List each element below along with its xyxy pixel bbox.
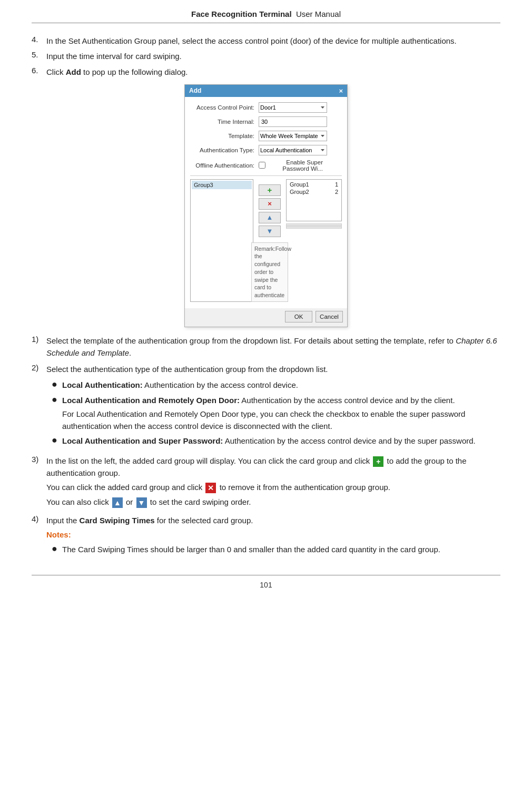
step-6: 6. Click Add to pop up the following dia… bbox=[32, 66, 500, 78]
time-internal-input[interactable] bbox=[259, 116, 327, 127]
template-select[interactable]: Whole Week Template bbox=[259, 131, 327, 141]
dialog-separator bbox=[190, 175, 342, 176]
offline-auth-row: Offline Authentication: Enable Super Pas… bbox=[190, 159, 342, 172]
dialog-groups-area: Group3 + × ▲ ▼ Remark:Follow the configu… bbox=[190, 179, 342, 302]
template-label: Template: bbox=[190, 133, 259, 139]
dialog-group-right: Group1 1 Group2 2 bbox=[286, 179, 342, 302]
sub-step-2: 2) Select the authentication type of the… bbox=[32, 363, 500, 451]
auth-type-label: Authentication Type: bbox=[190, 147, 259, 153]
add-group-button[interactable]: + bbox=[259, 184, 281, 196]
step-4: 4. In the Set Authentication Group panel… bbox=[32, 35, 500, 47]
dialog-screenshot: Add × Access Control Point: Door1 Time I… bbox=[32, 84, 500, 327]
ok-button[interactable]: OK bbox=[285, 311, 312, 322]
cancel-button[interactable]: Cancel bbox=[316, 311, 343, 322]
access-control-point-label: Access Control Point: bbox=[190, 104, 259, 111]
add-dialog: Add × Access Control Point: Door1 Time I… bbox=[184, 84, 348, 327]
group-left-item: Group3 bbox=[192, 181, 252, 189]
time-internal-row: Time Internal: bbox=[190, 116, 342, 127]
note-1: ● The Card Swiping Times should be large… bbox=[46, 544, 500, 556]
remark-box: Remark:Follow the configured order to sw… bbox=[251, 242, 288, 302]
page-number: 101 bbox=[260, 581, 272, 589]
dialog-group-right-top: Group1 1 Group2 2 bbox=[286, 179, 342, 221]
offline-auth-checkbox[interactable] bbox=[259, 162, 265, 169]
auth-type-row: Authentication Type: Local Authenticatio… bbox=[190, 145, 342, 155]
remove-group-button[interactable]: × bbox=[259, 198, 281, 210]
dialog-body: Access Control Point: Door1 Time Interna… bbox=[185, 97, 347, 308]
auth-type-select[interactable]: Local Authentication bbox=[259, 145, 327, 155]
group-right-item-2: Group2 2 bbox=[288, 188, 340, 195]
group-right-item-1: Group1 1 bbox=[288, 181, 340, 188]
access-control-point-select[interactable]: Door1 bbox=[259, 102, 327, 113]
down-icon: ▼ bbox=[136, 497, 147, 508]
dialog-group-middle: + × ▲ ▼ Remark:Follow the configured ord… bbox=[257, 179, 283, 302]
auth-bullet-1: ● Local Authentication: Authentication b… bbox=[46, 379, 500, 392]
offline-auth-label: Offline Authentication: bbox=[190, 162, 259, 169]
remove-icon: ✕ bbox=[205, 483, 216, 493]
header-subtitle: User Manual bbox=[296, 9, 341, 18]
up-icon: ▲ bbox=[112, 497, 123, 508]
page-header: Face Recognition Terminal User Manual bbox=[32, 0, 500, 23]
auth-bullet-3: ● Local Authentication and Super Passwor… bbox=[46, 435, 500, 447]
scrollbar-track bbox=[287, 224, 341, 228]
sub-step-3: 3) In the list on the left, the added ca… bbox=[32, 455, 500, 510]
sub-step-4: 4) Input the Card Swiping Times for the … bbox=[32, 514, 500, 559]
dialog-footer: OK Cancel bbox=[185, 308, 347, 327]
step-5: 5. Input the time interval for card swip… bbox=[32, 50, 500, 62]
template-row: Template: Whole Week Template bbox=[190, 131, 342, 141]
auth-bullet-2: ● Local Authentication and Remotely Open… bbox=[46, 395, 500, 433]
offline-auth-checkbox-text: Enable Super Password Wi... bbox=[268, 159, 323, 172]
dialog-group-left: Group3 bbox=[190, 179, 253, 302]
sub-steps-list: 1) Select the template of the authentica… bbox=[32, 335, 500, 559]
auth-type-list: ● Local Authentication: Authentication b… bbox=[46, 379, 500, 447]
dialog-title: Add bbox=[189, 87, 201, 94]
move-up-button[interactable]: ▲ bbox=[259, 212, 281, 223]
scrollbar-area[interactable] bbox=[286, 223, 342, 229]
move-down-button[interactable]: ▼ bbox=[259, 226, 281, 237]
notes-list: ● The Card Swiping Times should be large… bbox=[46, 544, 500, 556]
notes-label: Notes: bbox=[46, 529, 500, 541]
time-internal-label: Time Internal: bbox=[190, 119, 259, 125]
header-title: Face Recognition Terminal bbox=[191, 9, 292, 18]
access-control-point-row: Access Control Point: Door1 bbox=[190, 102, 342, 113]
add-icon: + bbox=[373, 456, 383, 467]
close-icon[interactable]: × bbox=[339, 87, 343, 95]
dialog-titlebar: Add × bbox=[185, 85, 347, 97]
page-footer: 101 bbox=[32, 575, 500, 589]
offline-auth-checkbox-label[interactable]: Enable Super Password Wi... bbox=[259, 159, 327, 172]
sub-step-1: 1) Select the template of the authentica… bbox=[32, 335, 500, 359]
